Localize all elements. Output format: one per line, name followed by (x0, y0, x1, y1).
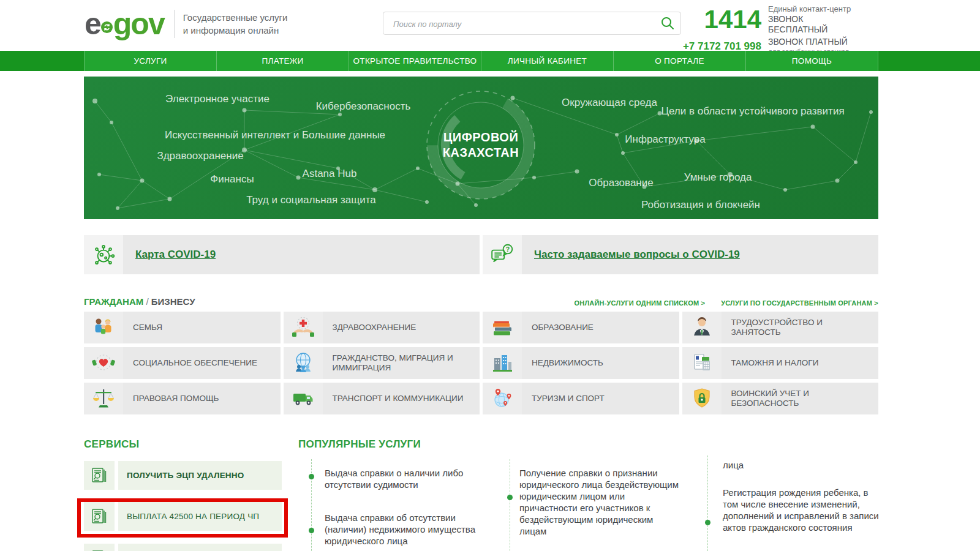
timeline-line (707, 455, 708, 551)
contact-free-number: 1414 (683, 7, 761, 32)
nav-item-personal-cabinet[interactable]: ЛИЧНЫЙ КАБИНЕТ (481, 51, 613, 71)
timeline-dot (309, 474, 314, 479)
contact-free-labels: Единый контакт-центр ЗВОНОК БЕСПЛАТНЫЙ (768, 4, 865, 35)
main-navbar: УСЛУГИ ПЛАТЕЖИ ОТКРЫТОЕ ПРАВИТЕЛЬСТВО ЛИ… (0, 51, 980, 71)
employment-icon (682, 312, 722, 343)
nav-item-services[interactable]: УСЛУГИ (84, 51, 216, 71)
popular-service-item[interactable]: Выдача справки об отсутствии (наличии) н… (325, 512, 479, 547)
search-input[interactable] (392, 13, 652, 35)
hero-topic: Цели в области устойчивого развития (661, 105, 844, 118)
service-payment-42500[interactable]: ВЫПЛАТА 42500 НА ПЕРИОД ЧП (84, 502, 282, 531)
category-tile-real-estate[interactable]: НЕДВИЖИМОСТЬ (483, 347, 679, 379)
services-title: СЕРВИСЫ (84, 438, 282, 451)
category-tile-military[interactable]: ВОИНСКИЙ УЧЕТ И БЕЗОПАСНОСТЬ (682, 383, 879, 414)
category-tile-healthcare[interactable]: ЗДРАВООХРАНЕНИЕ (284, 312, 480, 343)
egov-logo[interactable]: e gov Государственные услуги и информаци… (85, 9, 287, 39)
hero-topic: Умные города (684, 171, 752, 184)
service-label: ПОЛУЧИТЬ ЭЦП УДАЛЕННО (118, 461, 282, 490)
nav-item-help[interactable]: ПОМОЩЬ (745, 51, 878, 71)
covid-map-panel[interactable]: Карта COVID-19 (84, 235, 480, 274)
hero-topic: Искусственный интеллект и Большие данные (165, 129, 385, 141)
education-icon (483, 312, 522, 343)
logo-divider (174, 10, 175, 38)
category-label: ПРАВОВАЯ ПОМОЩЬ (123, 383, 281, 414)
hero-topic: Образование (589, 177, 653, 189)
contact-free-line2: ЗВОНОК БЕСПЛАТНЫЙ (768, 14, 865, 35)
header: e gov Государственные услуги и информаци… (0, 0, 980, 51)
category-label: ТРУДОУСТРОЙСТВО И ЗАНЯТОСТЬ (722, 312, 879, 343)
document-search-icon (84, 544, 115, 551)
hero-topic: Инфраструктура (625, 133, 705, 146)
military-icon (682, 383, 722, 414)
search-icon (660, 23, 675, 32)
timeline-dot (507, 495, 513, 500)
hero-topic: Роботизация и блокчейн (641, 199, 760, 211)
category-label: ТАМОЖНЯ И НАЛОГИ (722, 347, 879, 379)
category-tile-education[interactable]: ОБРАЗОВАНИЕ (483, 312, 679, 343)
audience-switcher: ГРАЖДАНАМ / БИЗНЕСУ (84, 296, 195, 307)
nav-item-payments[interactable]: ПЛАТЕЖИ (216, 51, 349, 71)
category-tile-social-security[interactable]: СОЦИАЛЬНОЕ ОБЕСПЕЧЕНИЕ (84, 347, 281, 379)
hero-topic: Финансы (210, 173, 254, 186)
category-tile-employment[interactable]: ТРУДОУСТРОЙСТВО И ЗАНЯТОСТЬ (682, 312, 879, 343)
search-button[interactable] (660, 16, 676, 32)
category-label: НЕДВИЖИМОСТЬ (522, 347, 679, 379)
covid-faq-link[interactable]: Часто задаваемые вопросы о COVID-19 (534, 249, 740, 261)
service-get-eds-remotely[interactable]: ПОЛУЧИТЬ ЭЦП УДАЛЕННО (84, 461, 282, 490)
services-section: СЕРВИСЫ ПОЛУЧИТЬ ЭЦП УДАЛЕННО (84, 438, 282, 551)
real-estate-icon (483, 347, 522, 379)
logo-tagline: Государственные услуги и информация онла… (183, 11, 288, 37)
category-tile-customs-taxes[interactable]: ТАМОЖНЯ И НАЛОГИ (682, 347, 879, 379)
timeline-line (311, 459, 312, 551)
hero-title-line2: КАЗАХСТАН (443, 145, 519, 160)
digital-kazakhstan-banner[interactable]: Электронное участие Кибербезопасность Ок… (84, 77, 878, 219)
category-tile-transport[interactable]: ТРАНСПОРТ И КОММУНИКАЦИИ (284, 383, 480, 414)
service-label (118, 544, 282, 551)
tab-business[interactable]: БИЗНЕСУ (151, 296, 195, 307)
logo-e-text: e (85, 9, 100, 39)
nav-item-open-government[interactable]: ОТКРЫТОЕ ПРАВИТЕЛЬСТВО (349, 51, 481, 71)
covid-banner-row: Карта COVID-19 ? Часто задаваемые вопрос… (84, 235, 878, 274)
hero-title: ЦИФРОВОЙ КАЗАХСТАН (443, 130, 519, 160)
category-tile-tourism[interactable]: ТУРИЗМ И СПОРТ (483, 383, 679, 414)
family-icon (84, 312, 123, 343)
category-tile-family[interactable]: СЕМЬЯ (84, 312, 281, 343)
legal-aid-icon (84, 383, 123, 414)
hero-topic: Кибербезопасность (316, 100, 411, 113)
all-online-services-link[interactable]: ОНЛАЙН-УСЛУГИ ОДНИМ СПИСКОМ > (574, 299, 705, 307)
popular-service-item[interactable]: Выдача справки о наличии либо отсутствии… (325, 467, 479, 490)
category-label: СЕМЬЯ (123, 312, 281, 343)
audience-links: ОНЛАЙН-УСЛУГИ ОДНИМ СПИСКОМ > УСЛУГИ ПО … (574, 299, 878, 307)
social-security-icon (84, 347, 123, 379)
service-row-partial[interactable] (84, 544, 282, 551)
citizenship-icon (284, 347, 323, 379)
hero-title-line1: ЦИФРОВОЙ (443, 130, 519, 145)
category-tile-legal-aid[interactable]: ПРАВОВАЯ ПОМОЩЬ (84, 383, 281, 414)
tourism-icon (483, 383, 522, 414)
contact-free-line1: Единый контакт-центр (768, 4, 865, 14)
covid-map-link[interactable]: Карта COVID-19 (135, 249, 216, 261)
hero-topic: Здравоохранение (157, 150, 243, 162)
category-tile-citizenship[interactable]: ГРАЖДАНСТВО, МИГРАЦИЯ И ИММИГРАЦИЯ (284, 347, 480, 379)
services-by-agency-link[interactable]: УСЛУГИ ПО ГОСУДАРСТВЕННЫМ ОРГАНАМ > (721, 299, 878, 307)
covid-faq-body: Часто задаваемые вопросы о COVID-19 (522, 235, 878, 274)
service-label: ВЫПЛАТА 42500 НА ПЕРИОД ЧП (118, 502, 282, 531)
timeline-dot (705, 520, 710, 525)
egov-sync-icon (101, 21, 113, 36)
healthcare-icon (284, 312, 323, 343)
popular-service-item[interactable]: лица (723, 459, 879, 471)
document-search-icon (84, 461, 115, 490)
nav-item-about-portal[interactable]: О ПОРТАЛЕ (613, 51, 745, 71)
customs-taxes-icon (682, 347, 722, 379)
nav-items: УСЛУГИ ПЛАТЕЖИ ОТКРЫТОЕ ПРАВИТЕЛЬСТВО ЛИ… (84, 51, 878, 71)
faq-chat-icon: ? (483, 235, 522, 274)
popular-service-item[interactable]: Регистрация рождения ребенка, в том числ… (723, 487, 879, 533)
tab-citizens[interactable]: ГРАЖДАНАМ (84, 296, 143, 307)
tagline-line2: и информация онлайн (183, 25, 279, 36)
popular-services-title: ПОПУЛЯРНЫЕ УСЛУГИ (298, 438, 878, 451)
hero-topic: Окружающая среда (562, 97, 657, 109)
category-label: ТУРИЗМ И СПОРТ (522, 383, 679, 414)
popular-service-item[interactable]: Получение справки о признании юридическо… (519, 467, 680, 537)
document-search-icon (84, 502, 115, 531)
covid-faq-panel[interactable]: ? Часто задаваемые вопросы о COVID-19 (483, 235, 878, 274)
